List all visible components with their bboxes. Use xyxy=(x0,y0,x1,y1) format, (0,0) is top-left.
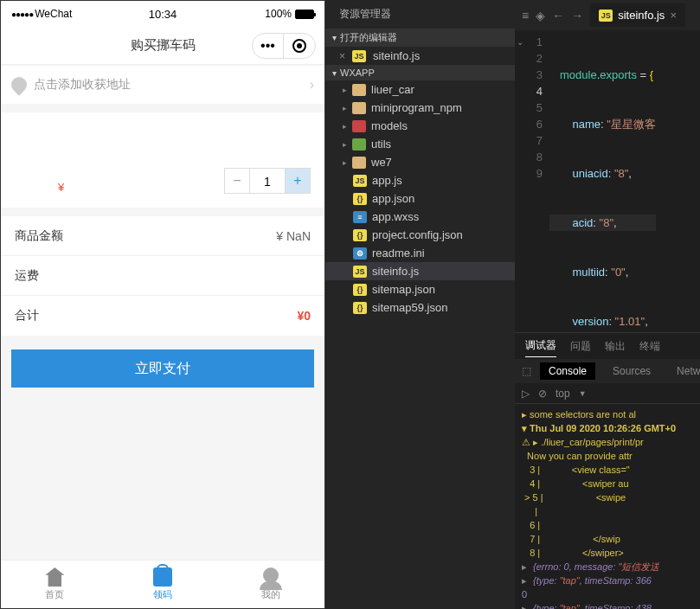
context-selector[interactable]: top xyxy=(556,388,570,400)
tree-item-app-wxss[interactable]: ≡app.wxss xyxy=(325,208,515,226)
console-line: | xyxy=(522,504,693,518)
editor-tab-siteinfo[interactable]: JS siteinfo.js × xyxy=(590,3,685,27)
console-line: 7 | </swip xyxy=(522,532,693,546)
carrier-label: WeChat xyxy=(35,8,72,20)
tool-console[interactable]: Console xyxy=(540,362,595,380)
open-editors-section[interactable]: 打开的编辑器 xyxy=(325,29,515,47)
back-icon[interactable]: ← xyxy=(552,9,564,22)
js-icon: JS xyxy=(353,175,367,187)
file-tree: liuer_carminiprogram_npmmodelsutilswe7JS… xyxy=(325,80,515,317)
tree-item-project-config-json[interactable]: {}project.config.json xyxy=(325,226,515,244)
ini-icon: ⚙ xyxy=(353,247,367,260)
tool-network[interactable]: Netwo xyxy=(668,362,700,380)
signal-icon: ●●●●● xyxy=(11,10,33,19)
json-icon: {} xyxy=(353,229,367,241)
address-placeholder: 点击添加收获地址 xyxy=(34,77,310,93)
qty-value: 1 xyxy=(250,168,285,194)
amount-label: 商品金额 xyxy=(15,228,63,244)
close-icon[interactable]: × xyxy=(339,50,345,62)
wxss-icon: ≡ xyxy=(353,211,367,223)
editor-area: ≡ ◈ ← → JS siteinfo.js × ⌄ 1 2 3 4 5 6 7… xyxy=(515,0,700,609)
tab-mine[interactable]: 我的 xyxy=(216,561,324,608)
page-title: 购买挪车码 xyxy=(131,37,196,54)
summary-row-shipping: 运费 xyxy=(1,256,324,296)
order-summary: 商品金额 ¥ NaN 运费 合计 ¥0 xyxy=(1,216,324,336)
js-file-icon: JS xyxy=(352,50,366,62)
open-editor-item[interactable]: × JS siteinfo.js xyxy=(325,47,515,65)
explorer-title: 资源管理器 xyxy=(325,0,515,29)
console-line: Now you can provide attr xyxy=(522,449,693,463)
folder-grn-icon xyxy=(352,138,366,151)
dropdown-icon[interactable]: ▼ xyxy=(579,389,587,398)
folder-icon xyxy=(352,102,366,114)
tree-item-we7[interactable]: we7 xyxy=(325,153,515,171)
amount-value: ¥ NaN xyxy=(276,229,311,243)
tree-item-readme-ini[interactable]: ⚙readme.ini xyxy=(325,244,515,262)
file-explorer: 资源管理器 打开的编辑器 × JS siteinfo.js WXAPP liue… xyxy=(325,0,515,609)
devtools-toolbar: ⬚ Console Sources Netwo xyxy=(515,359,700,383)
user-icon xyxy=(263,567,279,583)
tab-code[interactable]: 领码 xyxy=(109,561,217,608)
code-editor[interactable]: ⌄ 1 2 3 4 5 6 7 8 9 module.exports = { n… xyxy=(515,30,700,332)
product-card: ¥ − 1 + xyxy=(1,112,324,208)
tab-issues[interactable]: 问题 xyxy=(570,336,591,357)
tab-home[interactable]: 首页 xyxy=(1,561,109,608)
close-icon[interactable]: × xyxy=(670,9,677,22)
folder-icon xyxy=(352,157,366,169)
capsule-more-button[interactable]: ••• xyxy=(253,34,284,58)
console-line: 3 | <view class=" xyxy=(522,463,693,477)
bottom-panel: 调试器 问题 输出 终端 ⬚ Console Sources Netwo ▷ ⊘… xyxy=(515,332,700,609)
tree-item-app-js[interactable]: JSapp.js xyxy=(325,171,515,189)
status-time: 10:34 xyxy=(149,8,177,21)
console-line: ▸ {type: "tap", timeStamp: 366 xyxy=(522,574,693,587)
tree-item-sitemap-json[interactable]: {}sitemap.json xyxy=(325,280,515,298)
project-root-section[interactable]: WXAPP xyxy=(325,65,515,80)
qty-plus-button[interactable]: + xyxy=(285,168,311,194)
price-symbol: ¥ xyxy=(58,181,64,194)
console-line: ▸ {type: "tap", timeStamp: 438 xyxy=(522,601,693,609)
capsule-menu: ••• xyxy=(252,33,316,59)
list-icon[interactable]: ≡ xyxy=(522,9,529,22)
console-line: ▸ {errno: 0, message: "短信发送 xyxy=(522,560,693,574)
tree-item-models[interactable]: models xyxy=(325,117,515,135)
console-output[interactable]: ▸ some selectors are not al ▾ Thu Jul 09… xyxy=(515,404,700,609)
total-value: ¥0 xyxy=(297,309,311,323)
fold-icon[interactable]: ⌄ xyxy=(517,34,523,50)
folder-red-icon xyxy=(352,120,366,132)
tree-item-utils[interactable]: utils xyxy=(325,135,515,153)
tree-item-sitemap59-json[interactable]: {}sitemap59.json xyxy=(325,298,515,317)
console-line: 0 xyxy=(522,587,693,601)
json-icon: {} xyxy=(353,302,367,314)
target-icon xyxy=(292,39,306,53)
bookmark-icon[interactable]: ◈ xyxy=(536,9,545,22)
location-icon xyxy=(8,74,29,95)
tree-item-liuer_car[interactable]: liuer_car xyxy=(325,80,515,99)
tool-sources[interactable]: Sources xyxy=(604,362,659,380)
home-icon xyxy=(45,567,64,587)
qty-minus-button[interactable]: − xyxy=(224,168,250,194)
console-line: ⚠ ▸ ./liuer_car/pages/print/pr xyxy=(522,435,693,449)
play-icon[interactable]: ▷ xyxy=(522,388,530,400)
code-icon xyxy=(153,567,172,587)
tree-item-siteinfo-js[interactable]: JSsiteinfo.js xyxy=(325,262,515,280)
total-label: 合计 xyxy=(15,308,39,324)
tab-output[interactable]: 输出 xyxy=(605,336,626,357)
address-selector[interactable]: 点击添加收获地址 › xyxy=(1,66,324,104)
tree-item-miniprogram_npm[interactable]: miniprogram_npm xyxy=(325,99,515,117)
panel-tabs: 调试器 问题 输出 终端 xyxy=(515,333,700,359)
clear-icon[interactable]: ⊘ xyxy=(538,388,547,400)
tab-debugger[interactable]: 调试器 xyxy=(525,335,556,357)
code-content: module.exports = { name: "星星微客 uniacid: … xyxy=(549,30,656,332)
pay-button[interactable]: 立即支付 xyxy=(11,349,314,388)
forward-icon[interactable]: → xyxy=(571,9,583,22)
json-icon: {} xyxy=(353,284,367,296)
capsule-close-button[interactable] xyxy=(284,34,315,58)
line-gutter: ⌄ 1 2 3 4 5 6 7 8 9 xyxy=(515,30,549,332)
js-file-icon: JS xyxy=(599,10,613,22)
tree-item-app-json[interactable]: {}app.json xyxy=(325,189,515,208)
wechat-simulator: ●●●●● WeChat 10:34 100% 购买挪车码 ••• 点击添加收获… xyxy=(0,0,325,609)
console-filter-bar: ▷ ⊘ top ▼ xyxy=(515,383,700,404)
tab-terminal[interactable]: 终端 xyxy=(639,336,660,357)
console-line: 8 | </swiper> xyxy=(522,546,693,560)
inspect-icon[interactable]: ⬚ xyxy=(522,365,531,377)
